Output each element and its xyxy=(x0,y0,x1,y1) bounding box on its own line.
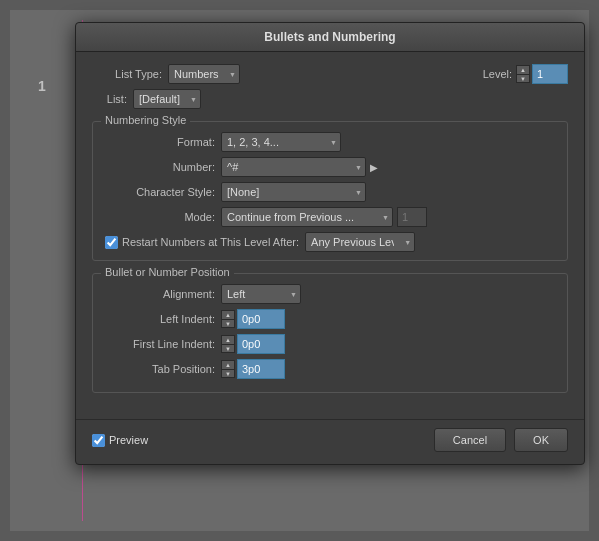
numbering-style-title: Numbering Style xyxy=(101,114,190,126)
first-line-increment[interactable]: ▲ xyxy=(221,335,235,344)
list-select-wrapper[interactable]: [Default] xyxy=(133,89,201,109)
restart-numbers-checkbox[interactable] xyxy=(105,236,118,249)
left-indent-row: Left Indent: ▲ ▼ xyxy=(105,309,555,329)
level-spinner[interactable]: ▲ ▼ xyxy=(516,64,568,84)
number-select[interactable]: ^# xyxy=(221,157,366,177)
number-arrow-button[interactable]: ▶ xyxy=(370,162,378,173)
char-style-label: Character Style: xyxy=(105,186,215,198)
any-prev-select[interactable]: Any Previous Level xyxy=(305,232,415,252)
list-type-select-wrapper[interactable]: Numbers xyxy=(168,64,240,84)
mode-select-wrapper[interactable]: Continue from Previous ... xyxy=(221,207,393,227)
first-line-indent-spinner-buttons[interactable]: ▲ ▼ xyxy=(221,335,235,353)
left-indent-spinner-buttons[interactable]: ▲ ▼ xyxy=(221,310,235,328)
alignment-select-wrapper[interactable]: Left xyxy=(221,284,301,304)
format-label: Format: xyxy=(105,136,215,148)
left-indent-input[interactable] xyxy=(237,309,285,329)
char-style-select-wrapper[interactable]: [None] xyxy=(221,182,366,202)
tab-position-spinner-buttons[interactable]: ▲ ▼ xyxy=(221,360,235,378)
numbering-style-section: Numbering Style Format: 1, 2, 3, 4... Nu… xyxy=(92,121,568,261)
list-row: List: [Default] xyxy=(92,89,568,109)
level-spinner-buttons[interactable]: ▲ ▼ xyxy=(516,65,530,83)
list-label: List: xyxy=(92,93,127,105)
left-indent-label: Left Indent: xyxy=(105,313,215,325)
preview-checkbox[interactable] xyxy=(92,434,105,447)
alignment-row: Alignment: Left xyxy=(105,284,555,304)
list-type-select[interactable]: Numbers xyxy=(168,64,240,84)
left-indent-decrement[interactable]: ▼ xyxy=(221,319,235,328)
tab-position-label: Tab Position: xyxy=(105,363,215,375)
level-label: Level: xyxy=(483,68,512,80)
dialog-title: Bullets and Numbering xyxy=(76,23,584,52)
tab-position-row: Tab Position: ▲ ▼ xyxy=(105,359,555,379)
mode-number-input[interactable] xyxy=(397,207,427,227)
list-number-indicator: 1 xyxy=(38,78,46,94)
format-select[interactable]: 1, 2, 3, 4... xyxy=(221,132,341,152)
ok-button[interactable]: OK xyxy=(514,428,568,452)
tab-position-spinner[interactable]: ▲ ▼ xyxy=(221,359,285,379)
char-style-select[interactable]: [None] xyxy=(221,182,366,202)
number-row: Number: ^# ▶ xyxy=(105,157,555,177)
level-input[interactable] xyxy=(532,64,568,84)
preview-label: Preview xyxy=(109,434,148,446)
number-label: Number: xyxy=(105,161,215,173)
left-indent-increment[interactable]: ▲ xyxy=(221,310,235,319)
alignment-label: Alignment: xyxy=(105,288,215,300)
tab-position-increment[interactable]: ▲ xyxy=(221,360,235,369)
cancel-button[interactable]: Cancel xyxy=(434,428,506,452)
bullet-position-section: Bullet or Number Position Alignment: Lef… xyxy=(92,273,568,393)
dialog-body: List Type: Numbers Level: ▲ ▼ xyxy=(76,52,584,415)
number-select-wrapper[interactable]: ^# xyxy=(221,157,366,177)
char-style-row: Character Style: [None] xyxy=(105,182,555,202)
level-increment-button[interactable]: ▲ xyxy=(516,65,530,74)
list-type-label: List Type: xyxy=(92,68,162,80)
mode-label: Mode: xyxy=(105,211,215,223)
alignment-select[interactable]: Left xyxy=(221,284,301,304)
any-prev-select-wrapper[interactable]: Any Previous Level xyxy=(305,232,415,252)
bullet-position-title: Bullet or Number Position xyxy=(101,266,234,278)
restart-numbers-label: Restart Numbers at This Level After: xyxy=(122,236,299,248)
tab-position-decrement[interactable]: ▼ xyxy=(221,369,235,378)
level-section: Level: ▲ ▼ xyxy=(483,64,568,84)
first-line-indent-label: First Line Indent: xyxy=(105,338,215,350)
preview-row: Preview xyxy=(92,434,148,447)
page-background: 1 Bullets and Numbering List Type: Numbe… xyxy=(0,0,599,541)
first-line-decrement[interactable]: ▼ xyxy=(221,344,235,353)
top-section: List Type: Numbers Level: ▲ ▼ xyxy=(92,64,568,109)
first-line-indent-input[interactable] xyxy=(237,334,285,354)
first-line-indent-spinner[interactable]: ▲ ▼ xyxy=(221,334,285,354)
first-line-indent-row: First Line Indent: ▲ ▼ xyxy=(105,334,555,354)
format-select-wrapper[interactable]: 1, 2, 3, 4... xyxy=(221,132,341,152)
list-type-row: List Type: Numbers Level: ▲ ▼ xyxy=(92,64,568,84)
left-indent-spinner[interactable]: ▲ ▼ xyxy=(221,309,285,329)
tab-position-input[interactable] xyxy=(237,359,285,379)
bullets-numbering-dialog: Bullets and Numbering List Type: Numbers… xyxy=(75,22,585,465)
mode-row: Mode: Continue from Previous ... xyxy=(105,207,555,227)
dialog-footer: Preview Cancel OK xyxy=(76,419,584,464)
mode-select[interactable]: Continue from Previous ... xyxy=(221,207,393,227)
list-select[interactable]: [Default] xyxy=(133,89,201,109)
format-row: Format: 1, 2, 3, 4... xyxy=(105,132,555,152)
level-decrement-button[interactable]: ▼ xyxy=(516,74,530,83)
restart-numbers-row: Restart Numbers at This Level After: Any… xyxy=(105,232,555,252)
